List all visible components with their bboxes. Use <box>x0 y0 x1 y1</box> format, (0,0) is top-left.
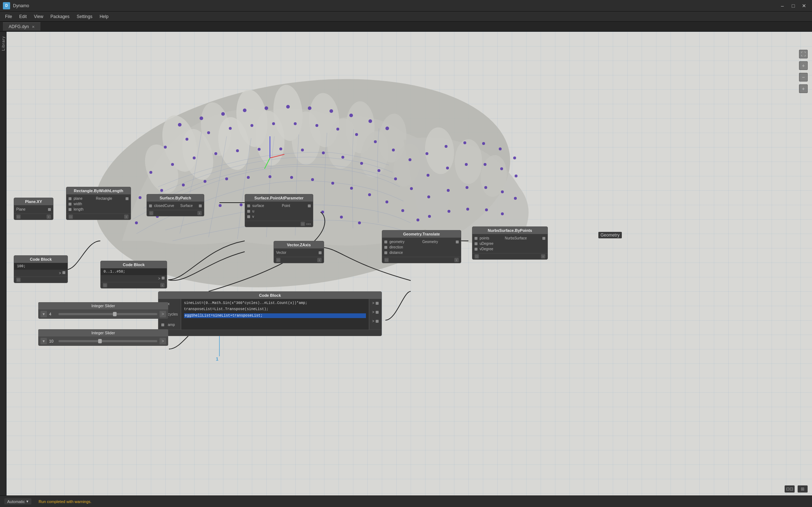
statusbar: Automatic ▾ Run completed with warnings. <box>0 495 812 507</box>
menu-help[interactable]: Help <box>96 13 112 21</box>
surface-point-node: Surface.PointAtParameter surface Point u… <box>245 194 313 227</box>
zoom-out-button[interactable]: − <box>799 73 808 81</box>
app-icon: D <box>3 2 10 9</box>
number-indicator: 1 <box>216 356 218 362</box>
surface-point-port-u[interactable] <box>247 210 250 213</box>
slider-2-header: Integer Slider <box>38 329 168 336</box>
code-block-main-node: Code Block x cycles amp <box>158 291 382 336</box>
geometry-translate-port-geometry[interactable] <box>384 241 387 243</box>
slider-1-header: Integer Slider <box>38 302 168 309</box>
integer-slider-1: Integer Slider ▾ 4 > <box>38 302 168 319</box>
surface-point-port-surface[interactable] <box>247 204 250 207</box>
nurbs-port-udegree[interactable] <box>475 242 477 245</box>
menu-file[interactable]: File <box>1 13 16 21</box>
integer-slider-2: Integer Slider ▾ 10 > <box>38 329 168 346</box>
code-main-port-out2[interactable] <box>376 311 379 314</box>
code-main-line3[interactable]: eggShellList=sineList+transposeList; <box>184 313 366 318</box>
geometry-translate-expand[interactable]: i <box>454 258 459 262</box>
close-button[interactable]: ✕ <box>799 2 809 9</box>
code-block-2-expand[interactable]: i <box>160 283 165 287</box>
nurbs-port-right[interactable] <box>542 237 545 240</box>
canvas[interactable]: Plane.XY Plane □ i Rectangle.ByWidthLeng… <box>6 32 812 507</box>
vector-zaxis-node: Vector.ZAxis Vector □ i <box>274 241 324 263</box>
code-block-1-content[interactable]: 100; <box>14 263 67 270</box>
maximize-button[interactable]: □ <box>788 2 798 9</box>
code-block-2-checkbox[interactable]: □ <box>103 283 107 287</box>
surface-by-patch-port-curve[interactable] <box>149 204 152 207</box>
library-label: Library <box>1 36 5 51</box>
plane-xy-port-right[interactable] <box>48 208 51 211</box>
geometry-translate-port-right[interactable] <box>456 241 459 243</box>
surface-point-port-v[interactable] <box>247 215 250 218</box>
rectangle-port-right[interactable] <box>126 197 128 200</box>
code-main-port-out3[interactable] <box>376 320 379 323</box>
slider-1-thumb[interactable] <box>113 312 117 316</box>
menubar: File Edit View Packages Settings Help <box>0 12 812 22</box>
code-block-1-node: Code Block 100; > □ <box>14 255 68 283</box>
nurbs-checkbox[interactable]: □ <box>475 254 479 259</box>
code-block-2-header: Code Block <box>101 261 167 268</box>
minimize-button[interactable]: – <box>777 2 787 9</box>
nurbs-expand[interactable]: i <box>541 254 545 259</box>
code-block-1-port[interactable] <box>62 271 65 274</box>
vector-zaxis-expand[interactable]: i <box>317 258 322 262</box>
geometry-translate-checkbox[interactable]: □ <box>384 258 389 262</box>
menu-packages[interactable]: Packages <box>47 13 73 21</box>
zoom-in-button[interactable]: + <box>799 61 808 70</box>
code-block-2-port[interactable] <box>162 277 165 279</box>
rectangle-checkbox[interactable]: □ <box>69 215 73 219</box>
rectangle-port-length[interactable] <box>69 208 71 211</box>
menu-view[interactable]: View <box>30 13 47 21</box>
geometry-translate-port-direction[interactable] <box>384 246 387 249</box>
zoom-fit-button[interactable]: + <box>799 84 808 93</box>
code-block-2-content[interactable]: 0..1..#50; <box>101 268 167 275</box>
slider-2-track[interactable] <box>58 340 157 342</box>
plane-xy-checkbox[interactable]: □ <box>16 215 21 219</box>
surface-point-port-right[interactable] <box>308 204 311 207</box>
code-main-port-amp[interactable] <box>161 323 164 326</box>
nurbs-port-vdegree[interactable] <box>475 248 477 251</box>
tab-name: ADFG.dyn <box>9 24 29 29</box>
rectangle-expand[interactable]: i <box>124 215 128 219</box>
file-tab[interactable]: ADFG.dyn ✕ <box>3 22 40 31</box>
run-mode[interactable]: Automatic ▾ <box>4 498 31 504</box>
vector-zaxis-port-right[interactable] <box>319 251 322 254</box>
surface-point-checkbox[interactable]: □ <box>301 222 305 226</box>
view-icon-2[interactable]: ⊞ <box>798 485 808 493</box>
expand-button[interactable]: ⛶ <box>799 50 808 58</box>
rectangle-node: Rectangle.ByWidthLength plane Rectangle … <box>66 187 131 220</box>
menu-edit[interactable]: Edit <box>16 13 30 21</box>
geometry-translate-port-distance[interactable] <box>384 251 387 254</box>
slider-2-thumb[interactable] <box>98 339 102 343</box>
menu-settings[interactable]: Settings <box>73 13 96 21</box>
library-panel[interactable]: Library <box>0 32 6 507</box>
slider-1-dec[interactable]: ▾ <box>40 311 47 317</box>
plane-xy-header: Plane.XY <box>14 198 53 205</box>
rectangle-port-width[interactable] <box>69 203 71 206</box>
nurbs-surface-node: NurbsSurface.ByPoints points NurbsSurfac… <box>472 226 548 260</box>
surface-by-patch-port-right[interactable] <box>199 204 202 207</box>
slider-1-inc[interactable]: > <box>160 311 166 317</box>
tab-close-icon[interactable]: ✕ <box>32 25 35 29</box>
window-controls: – □ ✕ <box>777 2 809 9</box>
rectangle-header: Rectangle.ByWidthLength <box>66 187 131 194</box>
slider-2-dec[interactable]: ▾ <box>40 338 47 344</box>
geometry-translate-header: Geometry.Translate <box>382 230 461 238</box>
nurbs-port-points[interactable] <box>475 237 477 240</box>
code-block-1-checkbox[interactable]: □ <box>16 278 21 282</box>
surface-by-patch-expand[interactable]: i <box>197 211 202 215</box>
vector-zaxis-checkbox[interactable]: □ <box>276 258 280 262</box>
geometry-label: Geometry <box>598 232 622 238</box>
plane-xy-expand[interactable]: i <box>47 215 51 219</box>
surface-by-patch-checkbox[interactable]: □ <box>149 211 153 215</box>
run-mode-label: Automatic <box>7 499 25 504</box>
code-main-port-out1[interactable] <box>376 302 379 305</box>
slider-1-track[interactable] <box>58 313 157 315</box>
plane-xy-node: Plane.XY Plane □ i <box>14 198 53 220</box>
view-icon-1[interactable]: ⊡⊡ <box>785 485 795 493</box>
surface-point-header: Surface.PointAtParameter <box>245 194 313 202</box>
titlebar: D Dynamo – □ ✕ <box>0 0 812 12</box>
rectangle-port-plane[interactable] <box>69 197 71 200</box>
slider-2-inc[interactable]: > <box>160 338 166 344</box>
code-main-line2: transposeList=List.Transpose(sineList); <box>184 307 366 311</box>
